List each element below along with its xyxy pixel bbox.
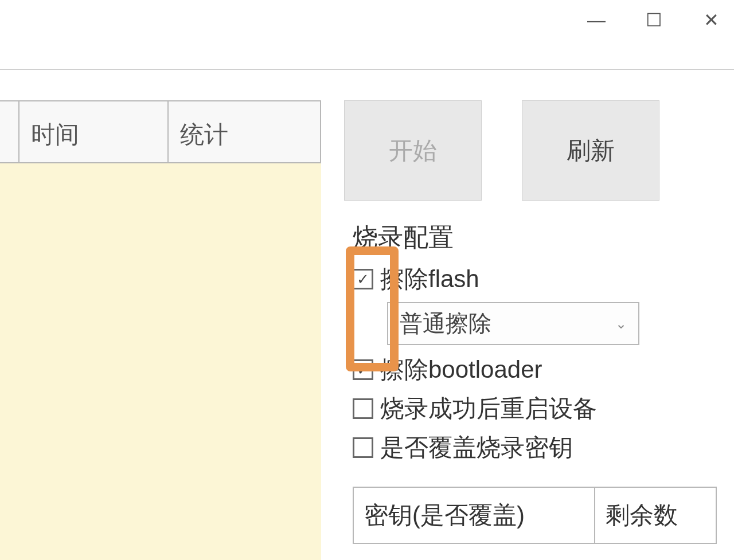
overwrite-key-label: 是否覆盖烧录密钥 bbox=[380, 432, 573, 464]
erase-mode-selected: 普通擦除 bbox=[400, 308, 491, 339]
key-table: 密钥(是否覆盖) 剩余数 bbox=[353, 487, 717, 544]
config-title: 烧录配置 bbox=[353, 221, 734, 254]
restart-after-row: 烧录成功后重启设备 bbox=[353, 393, 734, 425]
key-table-right: 剩余数 bbox=[595, 488, 716, 543]
overwrite-key-checkbox[interactable] bbox=[353, 437, 373, 458]
table-header-first bbox=[0, 101, 19, 162]
erase-bootloader-row: 擦除bootloader bbox=[353, 354, 734, 386]
maximize-button[interactable]: ☐ bbox=[639, 6, 668, 34]
left-panel: 时间 统计 bbox=[0, 100, 321, 560]
restart-after-label: 烧录成功后重启设备 bbox=[380, 393, 597, 425]
highlight-annotation bbox=[346, 246, 399, 371]
table-header-stat: 统计 bbox=[169, 101, 320, 162]
erase-bootloader-label: 擦除bootloader bbox=[380, 354, 542, 386]
divider bbox=[0, 69, 734, 70]
table-header: 时间 统计 bbox=[0, 100, 321, 163]
overwrite-key-row: 是否覆盖烧录密钥 bbox=[353, 432, 734, 464]
button-row: 开始 刷新 bbox=[344, 100, 734, 201]
main-content: 时间 统计 开始 刷新 烧录配置 擦除flash 普通擦除 ⌄ bbox=[0, 100, 734, 560]
chevron-down-icon: ⌄ bbox=[615, 316, 627, 332]
table-body bbox=[0, 163, 321, 560]
config-section: 烧录配置 擦除flash 普通擦除 ⌄ 擦除bootloader 烧录成功后重启… bbox=[344, 221, 734, 544]
minimize-button[interactable]: — bbox=[582, 6, 611, 34]
key-table-left: 密钥(是否覆盖) bbox=[354, 488, 595, 543]
refresh-button[interactable]: 刷新 bbox=[522, 100, 659, 201]
right-panel: 开始 刷新 烧录配置 擦除flash 普通擦除 ⌄ 擦除bootloader bbox=[321, 100, 734, 560]
window-titlebar: — ☐ ✕ bbox=[0, 0, 734, 40]
erase-flash-row: 擦除flash bbox=[353, 263, 734, 295]
start-button[interactable]: 开始 bbox=[344, 100, 482, 201]
table-header-time: 时间 bbox=[19, 101, 169, 162]
erase-mode-dropdown[interactable]: 普通擦除 ⌄ bbox=[387, 302, 639, 345]
restart-after-checkbox[interactable] bbox=[353, 398, 373, 419]
close-button[interactable]: ✕ bbox=[697, 6, 725, 34]
